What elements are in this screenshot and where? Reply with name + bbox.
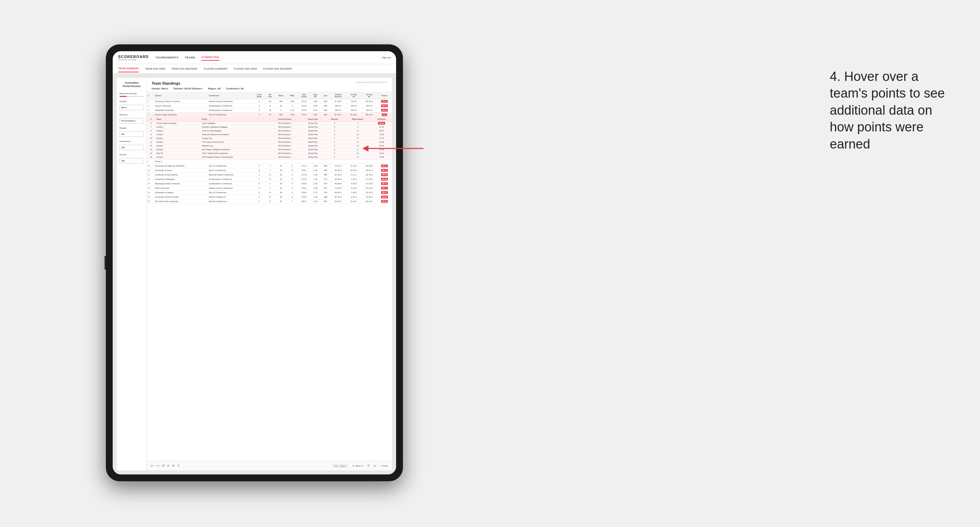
table-row[interactable]: 22 Mississippi State University Southeas…	[147, 182, 392, 186]
cell-vs25: 13-9-0	[346, 99, 361, 104]
view-original-button[interactable]: View: Original	[332, 464, 348, 468]
standings-title: Team Standings	[152, 81, 180, 85]
region-select[interactable]: N/A	[119, 132, 144, 137]
refresh-icon[interactable]: ↺	[162, 464, 165, 468]
exp-col-num: #	[147, 117, 155, 122]
table-row[interactable]: 2 Auburn University Southeastern Confere…	[147, 104, 392, 108]
nav-items: TOURNAMENTS TEAMS COMMITTEE	[155, 54, 219, 61]
school-select[interactable]: (All)	[119, 158, 144, 163]
division-label: Division	[119, 114, 144, 116]
school-label: School	[119, 154, 144, 156]
table-row[interactable]: 20 University of New Mexico Mountain Wes…	[147, 173, 392, 177]
expanded-row-item: 12 Univers... Williams Cup NCAA Division…	[147, 144, 392, 148]
undo-icon[interactable]: ↩	[151, 464, 154, 468]
expanded-row-item: 10 Univers... Copper Cup NCAA Division I…	[147, 137, 392, 140]
table-row[interactable]: 5 Texas T...	[147, 159, 392, 164]
table-row[interactable]: 3 Vanderbilt University Southeastern Con…	[147, 108, 392, 113]
standings-table: # School Conference ConfRank NoTour Bnds…	[147, 92, 392, 461]
comment-button[interactable]: 💬	[368, 465, 370, 467]
region-label: Region	[119, 127, 144, 129]
expanded-row-item: 14 East Ter OFCC Fighting Illini Invitat…	[147, 152, 392, 155]
table-row[interactable]: 26 The Ohio State University Big Ten Con…	[147, 199, 392, 204]
col-points: Points	[377, 92, 392, 99]
tab-player-h2h-grid[interactable]: PLAYER H2H GRID	[234, 65, 257, 72]
eye-icon: 👁	[352, 465, 355, 467]
watch-button[interactable]: 👁 Watch ▾	[352, 465, 363, 467]
main-content: CommitteePortal Review Minimum Rounds Ge…	[113, 74, 396, 475]
cell-points[interactable]: 97.02	[377, 99, 392, 104]
col-school: School	[154, 92, 208, 99]
cell-overall: 67-10-0	[331, 99, 346, 104]
col-conference: Conference	[208, 92, 254, 99]
nav-teams[interactable]: TEAMS	[185, 55, 195, 60]
col-overall: OverallRecord	[331, 92, 346, 99]
exp-col-event: Event	[201, 117, 269, 122]
cell-rank: 1	[147, 99, 154, 104]
tablet-side-button[interactable]	[105, 256, 106, 270]
table-row[interactable]: 19 University of Texas Big 12 Conference…	[147, 168, 392, 173]
filter-row: Gender: Men's Division: NCAA Division I …	[152, 87, 387, 90]
expanded-row-item: 6 Arizona State University Calor Collegi…	[147, 122, 392, 125]
cell-conf: Atlantic Coast Conference	[208, 99, 254, 104]
gender-label: Gender	[119, 100, 144, 102]
sidebar-division: Division NCAA Division I	[119, 114, 144, 124]
standings-header: Team Standings Update time: 13/03/2024 1…	[147, 78, 392, 92]
expanded-row-item: 9 Univers... National Invitational Tourn…	[147, 133, 392, 137]
bottom-toolbar: ↩ ↪ ↺ ⧉ ⚙ ⏱ View: Original 👁 Watch ▾	[147, 461, 392, 470]
tablet-screen: SCOREBOARD Powered by clipp TOURNAMENTS …	[113, 51, 396, 475]
table-row[interactable]: 25 University of North Florida ASUN Conf…	[147, 195, 392, 199]
sign-out-button[interactable]: Sign out	[382, 56, 391, 59]
nav-tournaments[interactable]: TOURNAMENTS	[155, 55, 178, 60]
sidebar: CommitteePortal Review Minimum Rounds Ge…	[117, 78, 147, 470]
team-standings-table: # School Conference ConfRank NoTour Bnds…	[147, 92, 392, 204]
cell-vs50: 50-10-0	[362, 99, 377, 104]
settings-icon[interactable]: ⚙	[172, 464, 175, 467]
filter-division: Division: NCAA Division I	[173, 87, 202, 90]
table-row[interactable]: 1 University of North Carolina Atlantic …	[147, 99, 392, 104]
share-button[interactable]: ↗ Share	[380, 465, 388, 467]
col-low: Low	[321, 92, 331, 99]
tab-player-summary[interactable]: PLAYER SUMMARY	[204, 65, 228, 72]
conference-select[interactable]: (All)	[119, 145, 144, 150]
tab-bar: TEAM SUMMARY TEAM H2H GRID TEAM H2H HEAT…	[113, 64, 396, 74]
division-select[interactable]: NCAA Division I	[119, 118, 144, 124]
sidebar-conference: Conference (All)	[119, 140, 144, 150]
col-rank: #	[147, 92, 154, 99]
exp-col-div: Event Division	[269, 117, 301, 122]
col-bnds: Bnds	[275, 92, 287, 99]
cell-conf-rank: 1	[254, 99, 265, 104]
expanded-row-item: 7 Univers... Southern Highlands Collegia…	[147, 125, 392, 129]
tab-player-h2h-heatmap[interactable]: PLAYER H2H HEATMAP	[263, 65, 292, 72]
table-row[interactable]: 4 Arizona State University Pac-12 Confer…	[147, 113, 392, 117]
table-row[interactable]: 23 Duke University Atlantic Coast Confer…	[147, 186, 392, 190]
table-row[interactable]: 18 University of California, Berkeley Pa…	[147, 164, 392, 168]
expanded-row-item: 11 Florida I The Cypress Point Classic N…	[147, 140, 392, 144]
grid-icon[interactable]: ⊞	[374, 465, 375, 467]
clock-icon[interactable]: ⏱	[177, 464, 180, 467]
gender-select[interactable]: Men's	[119, 105, 144, 110]
expanded-events-table: # Team Event Event Division Event Type R…	[147, 117, 392, 159]
filter-gender: Gender: Men's	[152, 87, 168, 90]
share-icon: ↗	[380, 465, 382, 467]
sidebar-region: Region N/A	[119, 127, 144, 137]
tab-team-h2h-grid[interactable]: TEAM H2H GRID	[145, 65, 165, 72]
table-row[interactable]: 21 University of Alabama Southeastern Co…	[147, 177, 392, 182]
exp-col-impact: Rank Impact	[344, 117, 371, 122]
table-row[interactable]: 24 University of Oregon Pac-12 Conferenc…	[147, 190, 392, 195]
col-conf-rank: ConfRank	[254, 92, 265, 99]
sidebar-title: CommitteePortal Review	[119, 81, 144, 88]
min-rounds-label: Minimum Rounds	[119, 92, 144, 95]
col-no-tour: NoTour	[265, 92, 275, 99]
tab-team-summary[interactable]: TEAM SUMMARY	[118, 65, 139, 72]
toolbar-left: ↩ ↪ ↺ ⧉ ⚙ ⏱	[151, 464, 180, 468]
cell-bnds: 262	[275, 99, 287, 104]
tab-team-h2h-heatmap[interactable]: TEAM H2H HEATMAP	[172, 65, 198, 72]
content-area: Team Standings Update time: 13/03/2024 1…	[147, 78, 392, 470]
app-logo-sub: Powered by clipp	[118, 59, 148, 61]
nav-committee[interactable]: COMMITTEE	[202, 54, 220, 61]
copy-icon[interactable]: ⧉	[167, 464, 169, 468]
min-rounds-slider[interactable]	[119, 96, 144, 97]
update-time: Update time: 13/03/2024 10:03:42	[356, 81, 387, 83]
redo-icon[interactable]: ↪	[156, 464, 159, 468]
sidebar-school: School (All)	[119, 154, 144, 163]
